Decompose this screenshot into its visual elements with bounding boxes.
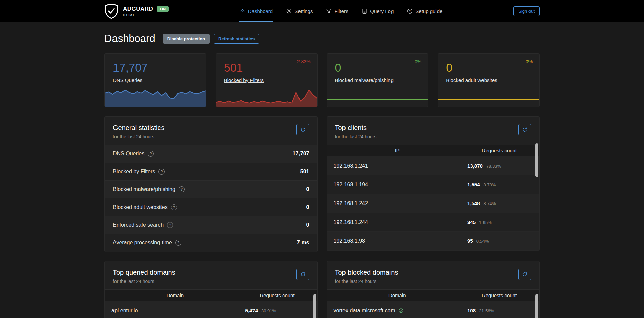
card-title: General statistics — [113, 124, 164, 132]
blocked-filter-icon — [398, 308, 404, 313]
column-header-domain[interactable]: Domain — [105, 292, 245, 298]
card-subtitle: for the last 24 hours — [335, 134, 377, 139]
column-header-domain[interactable]: Domain — [327, 292, 468, 298]
main-nav: Dashboard Settings Filters — [239, 0, 443, 22]
table-header: IP Requests count — [327, 145, 540, 156]
help-icon[interactable]: ? — [167, 222, 173, 228]
request-percent: 30.91% — [261, 308, 276, 313]
dns-queries-value: 17,707 — [113, 61, 206, 74]
help-icon[interactable]: ? — [148, 151, 154, 157]
stat-card-blocked-adult: 0% 0 Blocked adult websites — [438, 53, 540, 107]
middle-row: General statistics for the last 24 hours… — [104, 116, 540, 252]
column-header-requests[interactable]: Requests count — [467, 292, 531, 298]
refresh-card-button[interactable] — [518, 269, 531, 280]
stat-row: Average processing time? 7 ms — [105, 234, 317, 252]
blocked-adult-label: Blocked adult websites — [446, 77, 539, 83]
gear-icon — [286, 8, 292, 14]
scrollbar-thumb[interactable] — [535, 294, 538, 318]
request-percent: 8.74% — [484, 201, 496, 206]
client-ip[interactable]: 192.168.1.244 — [334, 219, 368, 225]
nav-item-label: Dashboard — [248, 8, 273, 14]
domain-name[interactable]: vortex.data.microsoft.com — [334, 308, 395, 314]
help-icon[interactable]: ? — [179, 186, 185, 192]
top-blocked-domains-table: vortex.data.microsoft.com 10821.56% — [327, 301, 540, 318]
blocked-filters-sparkline — [216, 88, 317, 107]
filter-icon — [326, 8, 332, 14]
nav-item-setup-guide[interactable]: ? Setup guide — [406, 0, 443, 22]
request-count: 108 — [467, 308, 476, 313]
refresh-statistics-button[interactable]: Refresh statistics — [214, 34, 259, 44]
blocked-filters-link[interactable]: Blocked by Filters — [224, 77, 264, 83]
help-icon[interactable]: ? — [171, 204, 177, 210]
stat-card-blocked-by-filters: 2.83% 501 Blocked by Filters — [216, 53, 318, 107]
nav-item-query-log[interactable]: Query Log — [361, 0, 394, 22]
brand[interactable]: ADGUARD ON HOME — [104, 0, 169, 22]
navbar: ADGUARD ON HOME Dashboard Settings — [0, 0, 644, 22]
general-statistics-rows: DNS Queries? 17,707 Blocked by Filters? … — [105, 145, 317, 252]
scrollbar-thumb[interactable] — [313, 294, 316, 318]
request-percent: 8.78% — [484, 182, 496, 187]
disable-protection-button[interactable]: Disable protection — [163, 34, 210, 44]
refresh-card-button[interactable] — [296, 124, 309, 135]
card-subtitle: for the last 24 hours — [335, 279, 398, 284]
request-count: 1,554 — [467, 182, 480, 187]
client-ip[interactable]: 192.168.1.242 — [334, 200, 368, 207]
stat-row-label: Blocked malware/phishing — [113, 186, 175, 192]
column-header-requests[interactable]: Requests count — [467, 148, 531, 153]
stat-row-value: 0 — [306, 186, 309, 192]
table-row: api.entur.io 5,47430.91% — [105, 301, 317, 318]
table-header: Domain Requests count — [105, 289, 317, 301]
client-ip[interactable]: 192.168.1.98 — [334, 238, 365, 244]
client-ip[interactable]: 192.168.1.194 — [334, 182, 368, 188]
blocked-malware-percent: 0% — [415, 59, 421, 64]
table-row: vortex.data.microsoft.com 10821.56% — [327, 301, 540, 318]
stat-row: Blocked adult websites? 0 — [105, 198, 317, 216]
page-header: Dashboard Disable protection Refresh sta… — [104, 33, 540, 45]
request-count: 5,474 — [245, 308, 258, 313]
document-icon — [362, 8, 367, 14]
nav-item-label: Settings — [294, 8, 313, 14]
help-icon[interactable]: ? — [175, 240, 181, 246]
refresh-icon — [300, 127, 306, 132]
refresh-card-button[interactable] — [518, 124, 531, 135]
table-row: 192.168.1.242 1,5488.74% — [327, 194, 540, 213]
stat-row-label: Blocked adult websites — [113, 204, 168, 210]
request-count: 345 — [467, 219, 476, 225]
request-percent: 21.56% — [479, 308, 494, 313]
request-percent: 78.33% — [486, 164, 501, 169]
stat-row: Blocked by Filters? 501 — [105, 163, 317, 180]
refresh-icon — [522, 127, 527, 132]
dns-queries-sparkline — [105, 88, 206, 107]
help-icon[interactable]: ? — [158, 169, 165, 175]
dashboard-page: Dashboard Disable protection Refresh sta… — [104, 22, 540, 318]
card-subtitle: for the last 24 hours — [113, 279, 175, 284]
protection-status-badge: ON — [157, 6, 169, 12]
top-blocked-domains-card: Top blocked domains for the last 24 hour… — [327, 261, 540, 318]
refresh-card-button[interactable] — [296, 269, 309, 280]
domain-name[interactable]: api.entur.io — [111, 308, 138, 314]
stat-row-value: 501 — [300, 169, 309, 175]
brand-title: ADGUARD — [123, 6, 153, 12]
card-subtitle: for the last 24 hours — [113, 134, 164, 139]
blocked-filters-percent: 2.83% — [297, 59, 311, 64]
client-ip[interactable]: 192.168.1.241 — [334, 163, 368, 169]
scrollbar-thumb[interactable] — [535, 143, 538, 177]
column-header-requests[interactable]: Requests count — [245, 292, 309, 298]
stat-row-value: 7 ms — [297, 240, 309, 246]
card-title: Top blocked domains — [335, 269, 398, 276]
stat-row-label: DNS Queries — [113, 151, 144, 157]
blocked-adult-percent: 0% — [526, 59, 533, 64]
nav-item-filters[interactable]: Filters — [325, 0, 349, 22]
sign-out-button[interactable]: Sign out — [513, 6, 540, 16]
request-percent: 0.54% — [476, 239, 489, 244]
stat-row-label: Blocked by Filters — [113, 169, 155, 175]
nav-item-settings[interactable]: Settings — [285, 0, 313, 22]
nav-item-label: Setup guide — [415, 8, 442, 14]
stat-row-label: Average processing time — [113, 240, 172, 246]
brand-subtitle: HOME — [123, 13, 169, 17]
bottom-row: Top queried domains for the last 24 hour… — [104, 261, 540, 318]
general-statistics-card: General statistics for the last 24 hours… — [104, 116, 318, 252]
column-header-ip[interactable]: IP — [327, 148, 468, 153]
top-queried-domains-card: Top queried domains for the last 24 hour… — [104, 261, 318, 318]
nav-item-dashboard[interactable]: Dashboard — [239, 0, 273, 22]
